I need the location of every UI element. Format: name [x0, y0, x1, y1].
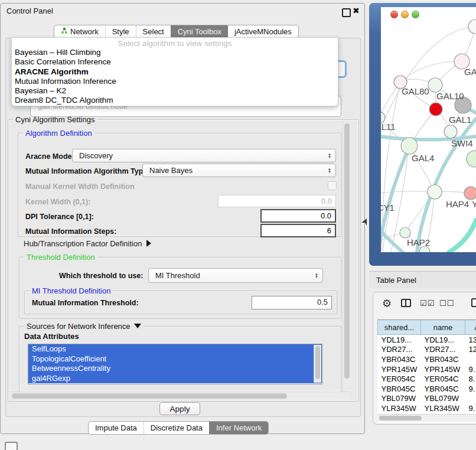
hub-definition-expander[interactable]: Hub/Transcription Factor Definition [24, 239, 151, 248]
tab-impute-data[interactable]: Impute Data [89, 422, 144, 434]
network-node [468, 19, 476, 34]
zoom-traffic-light-icon[interactable] [412, 11, 419, 18]
tab-jactivemnodules[interactable]: jActiveMNodules [228, 25, 298, 38]
node-label: GAL11 [381, 122, 396, 132]
table-row[interactable]: YBR045CYBR045C9. [378, 384, 476, 394]
list-vertical-scrollbar[interactable] [314, 345, 321, 383]
close-traffic-light-icon[interactable] [390, 11, 398, 18]
table-row[interactable]: YBL079WYBL079W [378, 394, 476, 404]
control-panel-window: Control Panel ✖ Network Style Select Cyn… [0, 3, 365, 434]
algorithm-option[interactable]: Bayesian – K2 [12, 86, 338, 96]
expander-right-icon [146, 240, 151, 247]
mi-threshold-field[interactable]: 0.5 [252, 296, 332, 309]
algorithm-definition-group: Algorithm Definition Aracne Mode: Discov… [18, 133, 341, 237]
tab-cyni-toolbox[interactable]: Cyni Toolbox [171, 25, 228, 38]
node-label: HAP2 [407, 237, 430, 247]
threshold-definition-group: Threshold Definition Which threshold to … [19, 257, 341, 318]
deselect-all-checkboxes-icon[interactable]: ☐☐ [439, 299, 454, 308]
table-panel-title: Table Panel [376, 276, 416, 285]
gear-icon[interactable]: ⚙ [382, 297, 392, 310]
node-label: SWI4 [451, 138, 473, 148]
algorithm-option[interactable]: Dream8 DC_TDC Algorithm [12, 96, 338, 105]
network-node [428, 78, 442, 92]
list-item[interactable]: TopologicalCoefficient [28, 354, 322, 364]
mi-steps-field[interactable]: 6 [260, 224, 336, 237]
tab-network[interactable]: Network [54, 25, 105, 38]
node-table: shared... name A YDL19...YDL19...13 YDR2… [377, 319, 476, 423]
table-row[interactable]: YLR345WYLR345W9. [378, 403, 476, 413]
network-window: GAL GAL80 GAL10 GAL1 SWI4 GAL11 GAL4 GCY… [369, 3, 476, 266]
network-node [428, 185, 442, 199]
bottom-tabs: Impute Data Discretize Data Infer Networ… [88, 421, 269, 435]
minimize-traffic-light-icon[interactable] [401, 11, 409, 18]
node-label: GAL1 [449, 115, 471, 125]
expander-down-icon [134, 324, 141, 328]
table-panel-titlebar: Table Panel [369, 271, 476, 288]
minimized-panel-icon[interactable] [5, 442, 18, 450]
node-label: Y [472, 199, 476, 209]
node-label: GAL4 [412, 153, 434, 163]
close-icon[interactable]: ✖ [353, 6, 360, 15]
data-attributes-label: Data Attributes [24, 332, 79, 341]
select-all-checkboxes-icon[interactable]: ☑☑ [420, 299, 435, 308]
tab-style[interactable]: Style [105, 25, 136, 38]
node-label: GAL10 [436, 91, 464, 101]
algorithm-option-highlighted[interactable]: ARACNE Algorithm [12, 67, 338, 77]
algorithm-dropdown-placeholder: Select algorithm to view settings [12, 38, 338, 48]
table-row[interactable]: YDR27...YDR27...12 [378, 345, 476, 355]
algorithm-option[interactable]: Bayesian – Hill Climbing [12, 48, 338, 57]
new-table-icon[interactable] [471, 298, 476, 307]
list-item[interactable]: BetweennessCentrality [28, 364, 322, 374]
apply-button[interactable]: Apply [159, 402, 200, 415]
tab-discretize-data[interactable]: Discretize Data [144, 422, 209, 434]
table-horizontal-scrollbar[interactable] [377, 414, 476, 422]
aracne-mode-combo[interactable]: Discovery ▲▼ [72, 149, 336, 162]
data-attributes-list[interactable]: SelfLoops TopologicalCoefficient Between… [28, 344, 322, 384]
kernel-width-field[interactable]: 0.0 [218, 195, 336, 207]
network-graph[interactable]: GAL GAL80 GAL10 GAL1 SWI4 GAL11 GAL4 GCY… [381, 7, 476, 252]
node-label: GAL80 [402, 86, 429, 96]
table-panel: ⚙ ☑☑ ☐☐ shared... name A YDL19...YDL19..… [373, 292, 476, 425]
algorithm-option[interactable]: Mutual Information Inference [12, 77, 338, 86]
table-row[interactable]: YPR145WYPR145W9. [378, 364, 476, 374]
column-header[interactable]: shared... [378, 320, 421, 335]
control-panel-title: Control Panel [6, 6, 53, 15]
manual-kernel-width-checkbox[interactable] [328, 181, 337, 190]
kernel-width-label: Kernel Width (0,1): [25, 198, 90, 206]
which-threshold-combo[interactable]: MI Threshold ▲▼ [148, 268, 323, 283]
list-item[interactable]: SelfLoops [28, 344, 322, 354]
combo-spinner-icon: ▲▼ [315, 269, 318, 282]
table-row[interactable]: YDL19...YDL19...13 [378, 335, 476, 345]
columns-icon[interactable] [401, 299, 411, 307]
combo-spinner-icon: ▲▼ [328, 164, 331, 177]
algorithm-dropdown-popup: Select algorithm to view settings Bayesi… [11, 37, 338, 106]
mi-algorithm-type-label: Mutual Information Algorithm Type: [25, 167, 149, 175]
table-row[interactable]: YER054CYER054C8. [378, 374, 476, 384]
tab-infer-network[interactable]: Infer Network [209, 422, 268, 434]
mi-algorithm-type-combo[interactable]: Naive Bayes ▲▼ [142, 164, 336, 177]
column-header[interactable]: name [421, 320, 465, 335]
network-canvas[interactable]: GAL GAL80 GAL10 GAL1 SWI4 GAL11 GAL4 GCY… [381, 7, 476, 252]
node-label: GAL [464, 67, 476, 77]
mi-threshold-title: MI Threshold Definition [30, 286, 113, 295]
float-window-icon[interactable] [342, 8, 351, 17]
dpi-tolerance-label: DPI Tolerance [0,1]: [25, 213, 94, 221]
table-row[interactable]: YBR043CYBR043C [378, 354, 476, 364]
algorithm-option[interactable]: Basic Correlation Inference [12, 57, 338, 67]
network-node [400, 227, 410, 238]
combo-spinner-icon: ▲▼ [328, 149, 331, 162]
tab-select[interactable]: Select [136, 25, 171, 38]
screen: Control Panel ✖ Network Style Select Cyn… [0, 0, 476, 450]
threshold-definition-title: Threshold Definition [24, 253, 97, 262]
sources-group-title[interactable]: Sources for Network Inference [24, 322, 144, 331]
network-node [467, 151, 476, 167]
settings-vertical-scrollbar[interactable] [343, 121, 351, 392]
list-item[interactable]: gal4RGexp [28, 374, 322, 384]
network-nodes-icon [61, 25, 68, 38]
mi-steps-label: Mutual Information Steps: [25, 227, 116, 236]
column-header[interactable]: A [465, 320, 476, 335]
settings-horizontal-scrollbar[interactable] [9, 392, 350, 400]
aracne-mode-label: Aracne Mode: [25, 152, 74, 161]
dpi-tolerance-field[interactable]: 0.0 [260, 209, 336, 223]
algorithm-definition-title: Algorithm Definition [23, 129, 94, 138]
